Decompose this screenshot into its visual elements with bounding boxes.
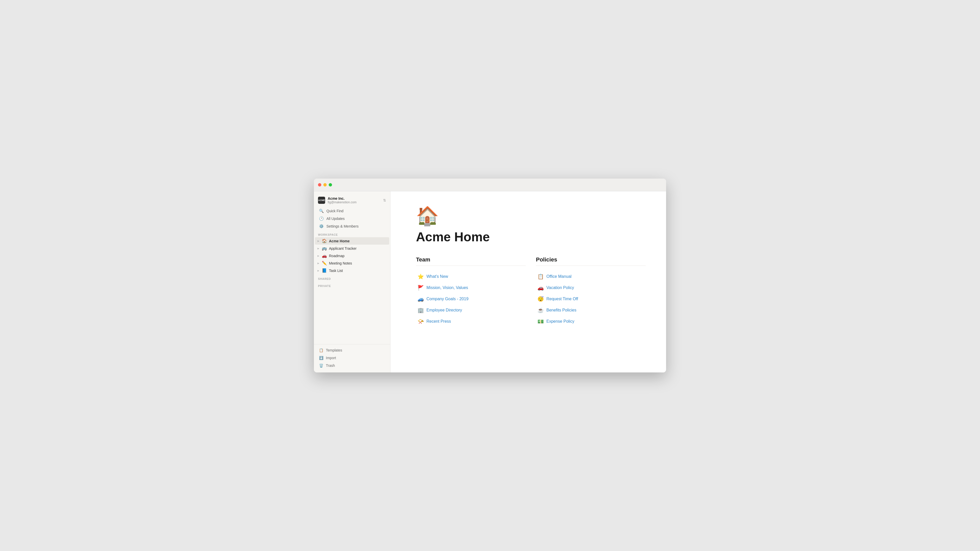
star-icon: ⭐ (417, 273, 424, 279)
task-list-emoji: 📘 (322, 268, 327, 273)
quick-find-label: Quick Find (326, 209, 344, 213)
search-icon: 🔍 (319, 209, 324, 213)
vacation-policy-link[interactable]: Vacation Policy (546, 286, 574, 290)
sidebar-bottom: 📋 Templates ⬇️ Import 🗑️ Trash (314, 344, 390, 369)
chevron-updown-icon[interactable]: ⇅ (383, 198, 386, 202)
workspace-info: ACME Acme Inc. fig@makenotion.com (318, 197, 356, 204)
recent-press-link[interactable]: Recent Press (426, 319, 451, 324)
traffic-lights (318, 183, 332, 186)
columns-grid: Team ⭐ What's New 🚩 Mission, Vision, Val… (416, 256, 646, 327)
flag-icon: 🚩 (417, 285, 424, 291)
policies-heading: Policies (536, 256, 646, 266)
clipboard-icon: 📋 (538, 273, 544, 279)
sidebar-item-templates[interactable]: 📋 Templates (315, 346, 389, 354)
link-mission[interactable]: 🚩 Mission, Vision, Values (416, 283, 526, 293)
applicant-tracker-emoji: 🚌 (322, 246, 327, 251)
money-icon: 💵 (538, 318, 544, 324)
all-updates-label: All Updates (326, 217, 345, 221)
team-heading: Team (416, 256, 526, 266)
app-window: ACME Acme Inc. fig@makenotion.com ⇅ 🔍 Qu… (314, 179, 666, 372)
templates-label: Templates (326, 348, 342, 352)
import-icon: ⬇️ (319, 356, 323, 360)
settings-label: Settings & Members (326, 224, 359, 228)
car2-icon: 🚗 (538, 285, 544, 291)
chevron-right-icon: ▶ (318, 269, 319, 272)
workspace-name: Acme Inc. (328, 197, 356, 200)
private-section-label: PRIVATE (314, 281, 390, 289)
sidebar-item-all-updates[interactable]: 🕐 All Updates (315, 215, 389, 222)
link-expense-policy[interactable]: 💵 Expense Policy (536, 316, 646, 327)
page-icon: 🏠 (416, 206, 646, 225)
whats-new-link[interactable]: What's New (426, 274, 448, 279)
trash-icon: 🗑️ (319, 364, 323, 368)
building-icon: 🏢 (417, 307, 424, 313)
employee-directory-link[interactable]: Employee Directory (426, 308, 462, 313)
link-benefits-policies[interactable]: ☕ Benefits Policies (536, 305, 646, 315)
clock-icon: 🕐 (319, 216, 324, 221)
link-company-goals[interactable]: 🚙 Company Goals - 2019 (416, 294, 526, 304)
link-request-time-off[interactable]: 😴 Request Time Off (536, 294, 646, 304)
expense-policy-link[interactable]: Expense Policy (546, 319, 574, 324)
workspace-email: fig@makenotion.com (328, 200, 356, 204)
team-link-list: ⭐ What's New 🚩 Mission, Vision, Values 🚙… (416, 272, 526, 327)
link-office-manual[interactable]: 📋 Office Manual (536, 272, 646, 282)
sidebar-item-acme-home[interactable]: ▶ 🏠 Acme Home (315, 237, 389, 245)
templates-icon: 📋 (319, 348, 323, 352)
meeting-notes-label: Meeting Notes (329, 261, 352, 265)
benefits-policies-link[interactable]: Benefits Policies (546, 308, 576, 313)
link-employee-directory[interactable]: 🏢 Employee Directory (416, 305, 526, 315)
policies-column: Policies 📋 Office Manual 🚗 Vacation Poli… (536, 256, 646, 327)
team-column: Team ⭐ What's New 🚩 Mission, Vision, Val… (416, 256, 526, 327)
task-list-label: Task List (329, 268, 343, 273)
import-label: Import (326, 356, 336, 360)
link-recent-press[interactable]: 📯 Recent Press (416, 316, 526, 327)
applicant-tracker-label: Applicant Tracker (329, 246, 356, 251)
sidebar-item-roadmap[interactable]: ▶ 🚗 Roadmap (315, 252, 389, 259)
trash-label: Trash (326, 364, 335, 368)
acme-home-emoji: 🏠 (322, 238, 327, 243)
sidebar-item-meeting-notes[interactable]: ▶ ✏️ Meeting Notes (315, 259, 389, 267)
megaphone-icon: 📯 (417, 318, 424, 324)
roadmap-emoji: 🚗 (322, 253, 327, 258)
main-layout: ACME Acme Inc. fig@makenotion.com ⇅ 🔍 Qu… (314, 191, 666, 372)
sidebar-item-import[interactable]: ⬇️ Import (315, 354, 389, 362)
maximize-button[interactable] (329, 183, 332, 186)
workspace-section-label: WORKSPACE (314, 230, 390, 237)
tired-face-icon: 😴 (538, 296, 544, 302)
company-goals-link[interactable]: Company Goals - 2019 (426, 297, 469, 301)
policies-link-list: 📋 Office Manual 🚗 Vacation Policy 😴 Requ… (536, 272, 646, 327)
acme-home-label: Acme Home (329, 239, 350, 243)
office-manual-link[interactable]: Office Manual (546, 274, 571, 279)
workspace-text: Acme Inc. fig@makenotion.com (328, 197, 356, 204)
close-button[interactable] (318, 183, 321, 186)
mission-link[interactable]: Mission, Vision, Values (426, 286, 468, 290)
sidebar: ACME Acme Inc. fig@makenotion.com ⇅ 🔍 Qu… (314, 191, 390, 372)
sidebar-item-settings[interactable]: ⚙️ Settings & Members (315, 222, 389, 230)
minimize-button[interactable] (323, 183, 327, 186)
chevron-right-icon: ▶ (318, 240, 319, 242)
title-bar (314, 179, 666, 191)
sidebar-item-quick-find[interactable]: 🔍 Quick Find (315, 207, 389, 215)
shared-section-label: SHARED (314, 274, 390, 281)
workspace-logo: ACME (318, 197, 325, 204)
gear-icon: ⚙️ (319, 224, 324, 229)
chevron-right-icon: ▶ (318, 247, 319, 250)
link-whats-new[interactable]: ⭐ What's New (416, 272, 526, 282)
sidebar-item-trash[interactable]: 🗑️ Trash (315, 362, 389, 369)
workspace-header[interactable]: ACME Acme Inc. fig@makenotion.com ⇅ (314, 194, 390, 207)
car-icon: 🚙 (417, 296, 424, 302)
roadmap-label: Roadmap (329, 254, 345, 258)
link-vacation-policy[interactable]: 🚗 Vacation Policy (536, 283, 646, 293)
sidebar-item-applicant-tracker[interactable]: ▶ 🚌 Applicant Tracker (315, 245, 389, 252)
page-title: Acme Home (416, 230, 646, 244)
coffee-icon: ☕ (538, 307, 544, 313)
chevron-right-icon: ▶ (318, 262, 319, 265)
sidebar-item-task-list[interactable]: ▶ 📘 Task List (315, 267, 389, 274)
meeting-notes-emoji: ✏️ (322, 261, 327, 265)
chevron-right-icon: ▶ (318, 254, 319, 257)
main-content: 🏠 Acme Home Team ⭐ What's New 🚩 Mission,… (390, 191, 666, 372)
request-time-off-link[interactable]: Request Time Off (546, 297, 578, 301)
